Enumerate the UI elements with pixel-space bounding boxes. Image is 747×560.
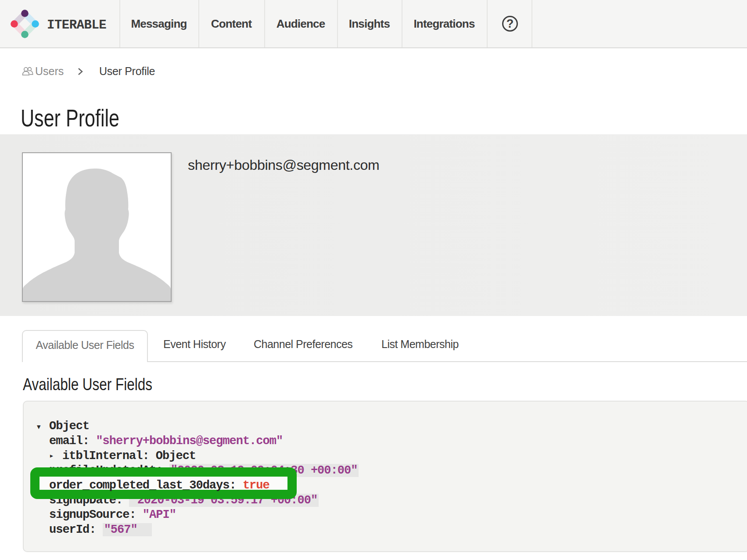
svg-text:User Profile: User Profile bbox=[21, 105, 119, 132]
svg-text:Available User Fields: Available User Fields bbox=[23, 375, 152, 394]
